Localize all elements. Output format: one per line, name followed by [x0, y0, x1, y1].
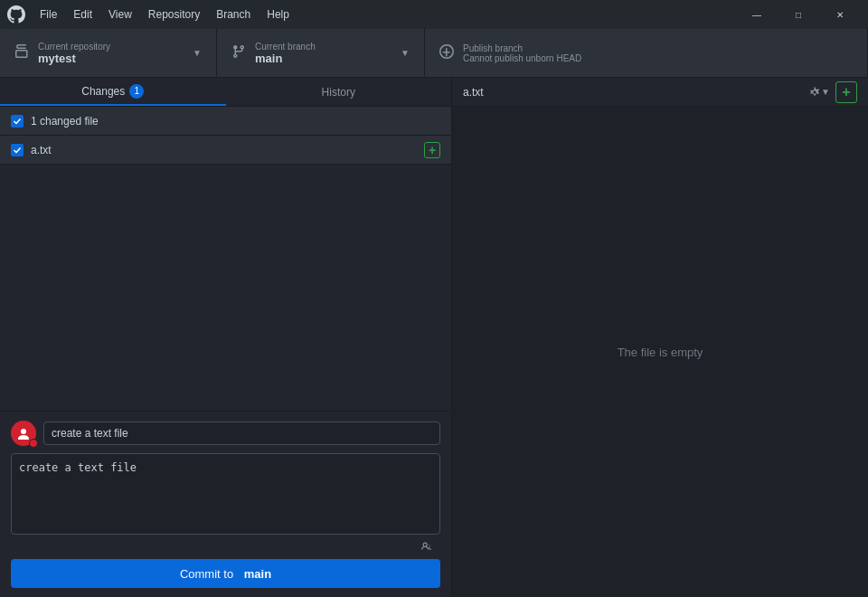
commit-button[interactable]: Commit to main: [11, 559, 440, 588]
publish-section[interactable]: Publish branch Cannot publish unborn HEA…: [425, 29, 868, 77]
close-button[interactable]: ✕: [819, 0, 861, 29]
toolbar: Current repository mytest ▼ Current bran…: [0, 29, 868, 78]
add-file-icon: +: [424, 142, 440, 158]
changed-files-count: 1 changed file: [31, 115, 99, 128]
select-all-checkbox[interactable]: [11, 115, 24, 128]
titlebar: File Edit View Repository Branch Help — …: [0, 0, 868, 29]
commit-desc-input[interactable]: create a text file: [11, 453, 440, 535]
maximize-button[interactable]: □: [778, 0, 819, 29]
changes-list: a.txt +: [0, 136, 451, 273]
file-header: a.txt ▼ +: [452, 78, 868, 107]
change-item[interactable]: a.txt +: [0, 136, 451, 165]
repo-label: Current repository: [38, 42, 110, 52]
repo-icon: [14, 44, 29, 62]
minimize-button[interactable]: —: [736, 0, 778, 29]
left-spacer: [0, 273, 451, 411]
branch-label: Current branch: [255, 42, 316, 52]
commit-desc-footer: [11, 537, 440, 552]
file-actions: ▼ +: [808, 81, 857, 103]
menu-edit[interactable]: Edit: [66, 6, 99, 23]
publish-label: Publish branch: [463, 43, 581, 53]
tab-history[interactable]: History: [226, 78, 452, 106]
commit-area: create a text file Commit to main: [0, 411, 451, 597]
file-name: a.txt: [31, 144, 417, 156]
repo-section[interactable]: Current repository mytest ▼: [0, 29, 217, 77]
github-icon: [7, 5, 25, 24]
avatar: [11, 421, 36, 446]
tab-changes[interactable]: Changes 1: [0, 78, 226, 106]
publish-sub: Cannot publish unborn HEAD: [463, 53, 581, 63]
changes-header: 1 changed file: [0, 107, 451, 136]
file-checkbox[interactable]: [11, 144, 24, 156]
main: Changes 1 History 1 changed file a.txt +: [0, 78, 868, 597]
menu-repository[interactable]: Repository: [141, 6, 207, 23]
window-controls: — □ ✕: [736, 0, 861, 29]
menu-branch[interactable]: Branch: [209, 6, 258, 23]
commit-branch-name: main: [244, 567, 271, 581]
changes-badge: 1: [129, 84, 144, 99]
repo-content: Current repository mytest: [38, 42, 110, 65]
tabs: Changes 1 History: [0, 78, 451, 107]
repo-chevron: ▼: [193, 48, 202, 58]
branch-content: Current branch main: [255, 42, 316, 65]
commit-top: [11, 421, 440, 446]
publish-icon: [439, 44, 454, 62]
left-panel: Changes 1 History 1 changed file a.txt +: [0, 78, 452, 597]
settings-icon-btn[interactable]: ▼: [808, 81, 830, 103]
branch-icon: [231, 44, 246, 62]
file-content: The file is empty: [452, 107, 868, 597]
menu-bar: File Edit View Repository Branch Help: [33, 6, 736, 23]
right-panel: a.txt ▼ + The file is empty: [452, 78, 868, 597]
empty-message: The file is empty: [618, 346, 703, 359]
commit-desc-wrapper: create a text file: [11, 453, 440, 552]
commit-title-input[interactable]: [43, 422, 440, 445]
branch-chevron: ▼: [401, 48, 410, 58]
publish-content: Publish branch Cannot publish unborn HEA…: [463, 43, 581, 63]
add-file-action-icon[interactable]: +: [835, 81, 857, 103]
commit-button-label: Commit to: [180, 567, 233, 581]
avatar-badge: [29, 439, 38, 448]
menu-help[interactable]: Help: [259, 6, 297, 23]
menu-view[interactable]: View: [101, 6, 139, 23]
branch-name: main: [255, 52, 316, 65]
repo-name: mytest: [38, 52, 110, 65]
menu-file[interactable]: File: [33, 6, 64, 23]
branch-section[interactable]: Current branch main ▼: [217, 29, 425, 77]
add-co-author-button[interactable]: [421, 541, 435, 552]
file-header-name: a.txt: [463, 86, 484, 99]
